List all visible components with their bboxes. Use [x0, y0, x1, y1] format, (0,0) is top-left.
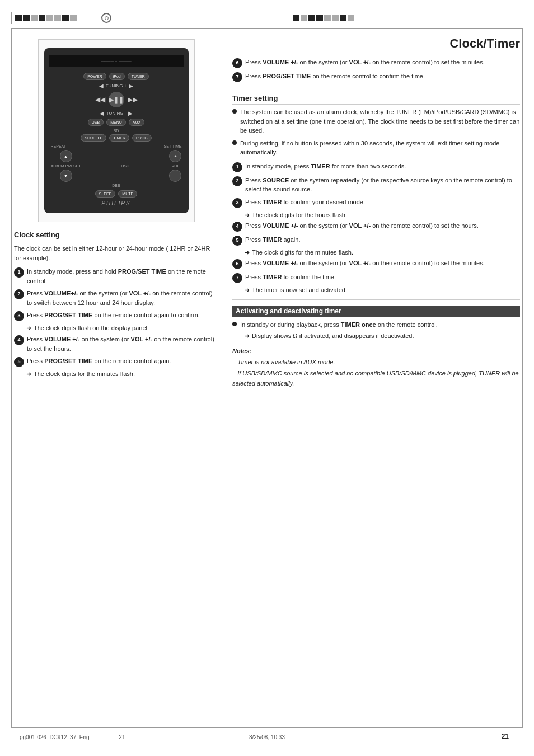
vol-minus-button[interactable]: − — [169, 170, 181, 182]
footer-left: pg001-026_DC912_37_Eng 21 — [20, 734, 125, 740]
timer-step-3: 3 Press TIMER to confirm your desired mo… — [232, 198, 520, 208]
timer-step-text-4: Press VOLUME +/- on the system (or VOL +… — [245, 221, 520, 231]
divider-1 — [232, 88, 520, 88]
clock-setting-section: Clock setting The clock can be set in ei… — [14, 231, 218, 378]
step-num-2: 2 — [14, 289, 24, 299]
header-bar — [11, 10, 523, 26]
timer-step-text-1: In standby mode, press TIMER for more th… — [245, 162, 520, 171]
timer-step-1: 1 In standby mode, press TIMER for more … — [232, 162, 520, 172]
transport-controls: ◀◀ ▶❚❚ ▶▶ — [49, 92, 184, 107]
page-title: Clock/Timer — [232, 36, 520, 51]
timer-setting-title: Timer setting — [232, 94, 520, 105]
vol-plus-button[interactable]: + — [169, 150, 181, 162]
timer-setting-bullets: The system can be used as an alarm clock… — [232, 107, 520, 157]
tuner-button[interactable]: TUNER — [128, 73, 149, 80]
activating-timer-section: Activating and deactivating timer In sta… — [232, 306, 520, 340]
top-buttons-row: POWER iPod TUNER — [49, 73, 184, 80]
timer-step-num-1: 1 — [232, 162, 242, 172]
prog-button[interactable]: PROG — [132, 134, 152, 142]
note-text-3: The clock digits flash on the display pa… — [34, 325, 149, 331]
clock-step-7: 7 Press PROG/SET TIME on the remote cont… — [232, 72, 520, 82]
timer-step-text-7: Press TIMER to confirm the time. — [245, 273, 520, 282]
step-num-5: 5 — [14, 357, 24, 367]
shuffle-button[interactable]: SHUFFLE — [81, 134, 106, 142]
timer-step-num-5: 5 — [232, 236, 242, 246]
timer-note-text-3: The clock digits for the hours flash. — [252, 212, 347, 218]
bullet-dot-2 — [232, 140, 237, 145]
step-text-2: Press VOLUME+/- on the system (or VOL +/… — [27, 289, 218, 307]
timer-step-num-4: 4 — [232, 222, 242, 232]
step-num-6: 6 — [232, 58, 242, 68]
arrow-icon-5: ➜ — [26, 370, 31, 378]
page-number: 21 — [502, 732, 509, 740]
vol-label: VOL — [171, 164, 179, 168]
timer-step-num-2: 2 — [232, 176, 242, 186]
arrow-note-3: ➜ The clock digits flash on the display … — [26, 325, 218, 332]
step-text-4: Press VOLUME +/- on the system (or VOL +… — [27, 335, 218, 353]
power-button[interactable]: POWER — [83, 73, 106, 80]
ipod-button[interactable]: iPod — [109, 73, 125, 80]
timer-step-num-3: 3 — [232, 198, 242, 208]
left-column: ──── ·· ──── POWER iPod TUNER ◀ TUNING +… — [14, 34, 227, 725]
activating-arrow: ➜ — [245, 332, 250, 340]
timer-step-text-5: Press TIMER again. — [245, 235, 520, 245]
sd-label: SD — [49, 129, 184, 133]
timer-note-text-7: The timer is now set and activated. — [252, 287, 347, 293]
shuffle-timer-row: SHUFFLE TIMER PROG — [49, 134, 184, 142]
usb-button[interactable]: USB — [88, 119, 104, 126]
up-button[interactable]: ▲ — [60, 150, 72, 162]
sleep-button[interactable]: SLEEP — [95, 190, 116, 198]
aux-button[interactable]: AUX — [129, 119, 144, 126]
menu-button[interactable]: MENU — [106, 119, 126, 126]
page-border-left — [11, 28, 12, 728]
album-preset-label: ALBUM PRESET — [51, 164, 81, 168]
footer-right-text: 8/25/08, 10:33 — [249, 734, 285, 740]
activating-timer-bullets: In standby or during playback, press TIM… — [232, 320, 520, 330]
activating-bullet-dot — [232, 322, 237, 326]
timer-arrow-3: ➜ — [245, 212, 250, 219]
clock-setting-intro: The clock can be set in either 12-hour o… — [14, 244, 218, 262]
activating-note: ➜ Display shows Ω if activated, and disa… — [245, 332, 520, 340]
dsc-label: DSC — [121, 164, 129, 168]
timer-bullet-2: During setting, if no button is pressed … — [232, 139, 520, 157]
clock-setting-title: Clock setting — [14, 231, 218, 241]
next-button[interactable]: ▶▶ — [128, 96, 138, 104]
activating-bullet-1: In standby or during playback, press TIM… — [232, 320, 520, 330]
tuning-up: ◀ TUNING + ▶ — [49, 83, 184, 89]
timer-step-7: 7 Press TIMER to confirm the time. — [232, 273, 520, 283]
clock-step-4: 4 Press VOLUME +/- on the system (or VOL… — [14, 335, 218, 353]
clock-continued-steps: 6 Press VOLUME +/- on the system (or VOL… — [232, 58, 520, 82]
step-text-5: Press PROG/SET TIME on the remote contro… — [27, 356, 218, 366]
timer-steps: 1 In standby mode, press TIMER for more … — [232, 162, 520, 294]
timer-step-7-note: ➜ The timer is now set and activated. — [232, 287, 520, 294]
play-pause-button[interactable]: ▶❚❚ — [109, 92, 124, 107]
timer-button[interactable]: TIMER — [109, 134, 129, 142]
step-num-4: 4 — [14, 335, 24, 345]
step-text-6: Press VOLUME +/- on the system (or VOL +… — [245, 58, 520, 67]
timer-step-5: 5 Press TIMER again. — [232, 235, 520, 246]
clock-step-3: 3 Press PROG/SET TIME on the remote cont… — [14, 311, 218, 321]
timer-arrow-5: ➜ — [245, 249, 250, 256]
prev-button[interactable]: ◀◀ — [95, 96, 105, 104]
clock-setting-steps: 1 In standby mode, press and hold PROG/S… — [14, 267, 218, 378]
tuning-down: ◀ TUNING - ▶ — [49, 110, 184, 116]
clock-step-6: 6 Press VOLUME +/- on the system (or VOL… — [232, 58, 520, 68]
content-area: ──── ·· ──── POWER iPod TUNER ◀ TUNING +… — [14, 34, 520, 725]
mute-button[interactable]: MUTE — [118, 190, 137, 198]
step-num-3: 3 — [14, 311, 24, 321]
timer-step-6: 6 Press VOLUME +/- on the system (or VOL… — [232, 259, 520, 269]
down-button[interactable]: ▼ — [60, 170, 72, 182]
timer-step-5-note: ➜ The clock digits for the minutes flash… — [232, 249, 520, 256]
timer-arrow-note-7: ➜ The timer is now set and activated. — [245, 287, 520, 294]
activating-note-text: Display shows Ω if activated, and disapp… — [252, 332, 414, 339]
timer-step-num-7: 7 — [232, 273, 242, 283]
step-text-3: Press PROG/SET TIME on the remote contro… — [27, 311, 218, 320]
philips-logo: PHILIPS — [49, 200, 184, 206]
page-border-bottom — [11, 727, 523, 728]
step-text-1: In standby mode, press and hold PROG/SET… — [27, 267, 218, 285]
step-num-1: 1 — [14, 267, 24, 278]
right-column: Clock/Timer 6 Press VOLUME +/- on the sy… — [227, 34, 520, 725]
clock-step-5-note: ➜ The clock digits for the minutes flash… — [14, 370, 218, 378]
note-item-2: – If USB/SD/MMC source is selected and n… — [232, 369, 520, 388]
page-border-right — [522, 28, 523, 728]
